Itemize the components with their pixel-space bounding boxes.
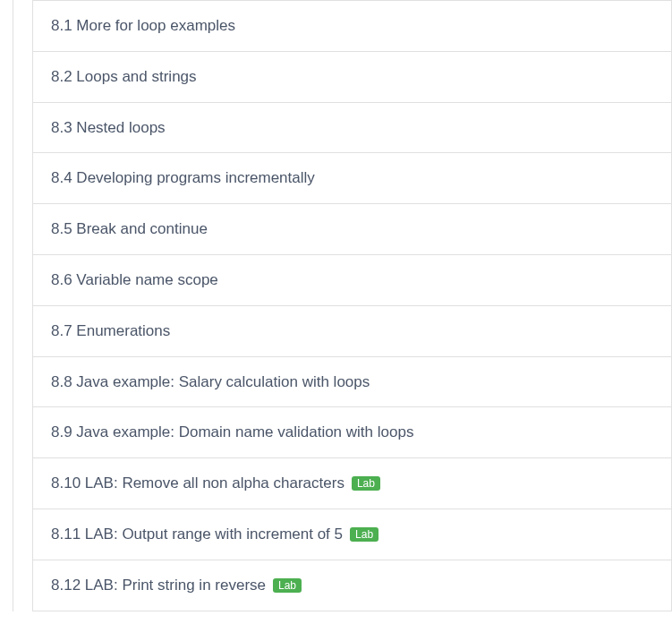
section-item[interactable]: 8.1 More for loop examples <box>32 0 672 52</box>
section-list-container: 8.1 More for loop examples 8.2 Loops and… <box>0 0 672 611</box>
section-title: 8.2 Loops and strings <box>51 66 197 88</box>
section-item[interactable]: 8.3 Nested loops <box>32 103 672 154</box>
section-item[interactable]: 8.10 LAB: Remove all non alpha character… <box>32 458 672 509</box>
section-title: 8.3 Nested loops <box>51 117 166 139</box>
section-title: 8.6 Variable name scope <box>51 269 218 291</box>
section-title: 8.5 Break and continue <box>51 218 208 240</box>
section-item[interactable]: 8.11 LAB: Output range with increment of… <box>32 509 672 560</box>
section-item[interactable]: 8.9 Java example: Domain name validation… <box>32 407 672 458</box>
lab-badge: Lab <box>352 476 380 491</box>
vertical-divider <box>13 0 13 611</box>
section-item[interactable]: 8.12 LAB: Print string in reverse Lab <box>32 560 672 611</box>
section-title: 8.11 LAB: Output range with increment of… <box>51 524 343 545</box>
section-item[interactable]: 8.6 Variable name scope <box>32 255 672 306</box>
section-title: 8.9 Java example: Domain name validation… <box>51 422 413 443</box>
section-item[interactable]: 8.5 Break and continue <box>32 204 672 255</box>
section-title: 8.1 More for loop examples <box>51 15 235 37</box>
section-title: 8.10 LAB: Remove all non alpha character… <box>51 473 345 494</box>
section-title: 8.8 Java example: Salary calculation wit… <box>51 372 370 393</box>
section-title: 8.12 LAB: Print string in reverse <box>51 575 266 596</box>
lab-badge: Lab <box>350 527 379 542</box>
section-list: 8.1 More for loop examples 8.2 Loops and… <box>32 0 672 611</box>
section-title: 8.7 Enumerations <box>51 320 170 342</box>
lab-badge: Lab <box>273 578 302 593</box>
section-item[interactable]: 8.2 Loops and strings <box>32 52 672 103</box>
section-item[interactable]: 8.7 Enumerations <box>32 306 672 357</box>
section-item[interactable]: 8.8 Java example: Salary calculation wit… <box>32 357 672 408</box>
section-item[interactable]: 8.4 Developing programs incrementally <box>32 153 672 204</box>
section-title: 8.4 Developing programs incrementally <box>51 167 315 189</box>
